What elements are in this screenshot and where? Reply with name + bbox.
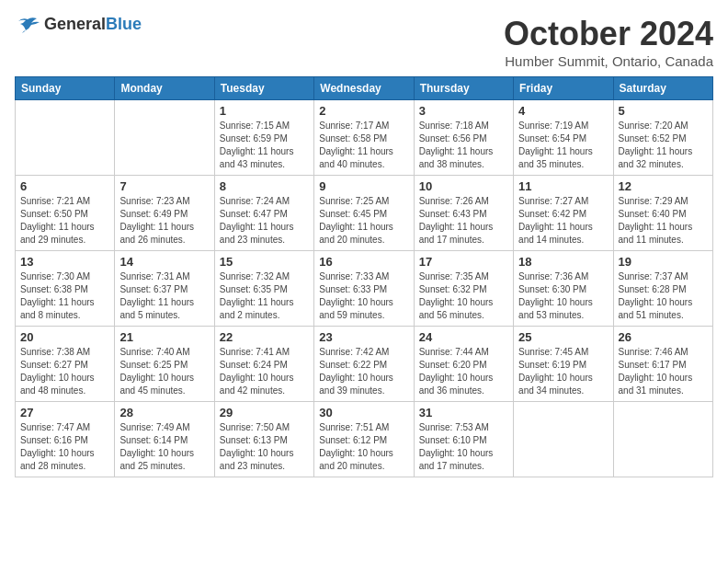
day-info: Sunrise: 7:17 AMSunset: 6:58 PMDaylight:… <box>319 120 408 171</box>
calendar-cell: 19Sunrise: 7:37 AMSunset: 6:28 PMDayligh… <box>613 251 712 327</box>
calendar-week-4: 20Sunrise: 7:38 AMSunset: 6:27 PMDayligh… <box>16 327 713 402</box>
calendar-cell: 25Sunrise: 7:45 AMSunset: 6:19 PMDayligh… <box>514 327 613 402</box>
calendar-cell: 15Sunrise: 7:32 AMSunset: 6:35 PMDayligh… <box>214 251 313 327</box>
day-info: Sunrise: 7:26 AMSunset: 6:43 PMDaylight:… <box>419 195 508 247</box>
day-number: 12 <box>619 179 708 193</box>
day-number: 6 <box>20 179 109 193</box>
day-number: 26 <box>619 330 708 344</box>
day-number: 24 <box>419 330 508 344</box>
calendar-week-3: 13Sunrise: 7:30 AMSunset: 6:38 PMDayligh… <box>16 251 713 327</box>
logo: GeneralBlue <box>15 15 142 34</box>
day-info: Sunrise: 7:24 AMSunset: 6:47 PMDaylight:… <box>220 195 309 247</box>
logo-icon <box>15 16 40 34</box>
day-info: Sunrise: 7:19 AMSunset: 6:54 PMDaylight:… <box>518 120 608 171</box>
calendar-cell: 11Sunrise: 7:27 AMSunset: 6:42 PMDayligh… <box>514 176 613 251</box>
day-number: 1 <box>220 104 309 118</box>
calendar-cell: 10Sunrise: 7:26 AMSunset: 6:43 PMDayligh… <box>414 176 513 251</box>
calendar-cell: 7Sunrise: 7:23 AMSunset: 6:49 PMDaylight… <box>115 176 214 251</box>
day-number: 11 <box>518 179 608 193</box>
day-number: 29 <box>220 406 309 419</box>
day-info: Sunrise: 7:53 AMSunset: 6:10 PMDaylight:… <box>419 421 508 473</box>
calendar-cell: 20Sunrise: 7:38 AMSunset: 6:27 PMDayligh… <box>16 327 115 402</box>
day-info: Sunrise: 7:23 AMSunset: 6:49 PMDaylight:… <box>119 195 209 247</box>
day-number: 4 <box>518 104 608 118</box>
day-info: Sunrise: 7:42 AMSunset: 6:22 PMDaylight:… <box>319 346 408 397</box>
day-number: 17 <box>419 255 508 269</box>
day-info: Sunrise: 7:30 AMSunset: 6:38 PMDaylight:… <box>20 270 109 322</box>
location-title: Humber Summit, Ontario, Canada <box>504 53 713 69</box>
day-info: Sunrise: 7:20 AMSunset: 6:52 PMDaylight:… <box>619 120 708 171</box>
day-info: Sunrise: 7:47 AMSunset: 6:16 PMDaylight:… <box>20 421 109 473</box>
day-info: Sunrise: 7:32 AMSunset: 6:35 PMDaylight:… <box>220 270 309 322</box>
day-info: Sunrise: 7:36 AMSunset: 6:30 PMDaylight:… <box>518 270 608 322</box>
day-info: Sunrise: 7:50 AMSunset: 6:13 PMDaylight:… <box>220 421 309 473</box>
calendar-week-5: 27Sunrise: 7:47 AMSunset: 6:16 PMDayligh… <box>16 402 713 477</box>
day-number: 10 <box>419 179 508 193</box>
weekday-header-saturday: Saturday <box>613 77 712 100</box>
day-number: 27 <box>20 406 109 419</box>
day-number: 21 <box>119 330 209 344</box>
logo-blue: Blue <box>106 15 142 33</box>
day-number: 8 <box>220 179 309 193</box>
calendar-cell <box>613 402 712 477</box>
day-info: Sunrise: 7:49 AMSunset: 6:14 PMDaylight:… <box>119 421 209 473</box>
month-title: October 2024 <box>504 15 713 53</box>
title-area: October 2024 Humber Summit, Ontario, Can… <box>504 15 713 69</box>
calendar-cell: 26Sunrise: 7:46 AMSunset: 6:17 PMDayligh… <box>613 327 712 402</box>
day-number: 30 <box>319 406 408 419</box>
calendar-cell: 13Sunrise: 7:30 AMSunset: 6:38 PMDayligh… <box>16 251 115 327</box>
day-number: 19 <box>619 255 708 269</box>
weekday-header-thursday: Thursday <box>414 77 513 100</box>
calendar-cell: 9Sunrise: 7:25 AMSunset: 6:45 PMDaylight… <box>314 176 414 251</box>
calendar-cell: 28Sunrise: 7:49 AMSunset: 6:14 PMDayligh… <box>115 402 214 477</box>
day-info: Sunrise: 7:29 AMSunset: 6:40 PMDaylight:… <box>619 195 708 247</box>
header: GeneralBlue October 2024 Humber Summit, … <box>15 15 713 69</box>
day-number: 5 <box>619 104 708 118</box>
day-info: Sunrise: 7:51 AMSunset: 6:12 PMDaylight:… <box>319 421 408 473</box>
calendar-cell: 1Sunrise: 7:15 AMSunset: 6:59 PMDaylight… <box>214 100 313 176</box>
calendar-cell: 3Sunrise: 7:18 AMSunset: 6:56 PMDaylight… <box>414 100 513 176</box>
calendar-cell <box>514 402 613 477</box>
calendar-week-1: 1Sunrise: 7:15 AMSunset: 6:59 PMDaylight… <box>16 100 713 176</box>
calendar-cell: 16Sunrise: 7:33 AMSunset: 6:33 PMDayligh… <box>314 251 414 327</box>
calendar-cell: 27Sunrise: 7:47 AMSunset: 6:16 PMDayligh… <box>16 402 115 477</box>
day-number: 14 <box>119 255 209 269</box>
day-number: 31 <box>419 406 508 419</box>
calendar-cell: 31Sunrise: 7:53 AMSunset: 6:10 PMDayligh… <box>414 402 513 477</box>
day-number: 2 <box>319 104 408 118</box>
day-number: 18 <box>518 255 608 269</box>
calendar-cell: 17Sunrise: 7:35 AMSunset: 6:32 PMDayligh… <box>414 251 513 327</box>
day-info: Sunrise: 7:21 AMSunset: 6:50 PMDaylight:… <box>20 195 109 247</box>
weekday-header-monday: Monday <box>115 77 214 100</box>
day-info: Sunrise: 7:25 AMSunset: 6:45 PMDaylight:… <box>319 195 408 247</box>
day-number: 22 <box>220 330 309 344</box>
calendar-cell: 8Sunrise: 7:24 AMSunset: 6:47 PMDaylight… <box>214 176 313 251</box>
day-number: 9 <box>319 179 408 193</box>
calendar-cell <box>115 100 214 176</box>
weekday-header-tuesday: Tuesday <box>214 77 313 100</box>
calendar-cell: 23Sunrise: 7:42 AMSunset: 6:22 PMDayligh… <box>314 327 414 402</box>
day-info: Sunrise: 7:31 AMSunset: 6:37 PMDaylight:… <box>119 270 209 322</box>
calendar-cell: 2Sunrise: 7:17 AMSunset: 6:58 PMDaylight… <box>314 100 414 176</box>
day-info: Sunrise: 7:46 AMSunset: 6:17 PMDaylight:… <box>619 346 708 397</box>
day-number: 13 <box>20 255 109 269</box>
calendar-cell: 18Sunrise: 7:36 AMSunset: 6:30 PMDayligh… <box>514 251 613 327</box>
calendar-cell: 30Sunrise: 7:51 AMSunset: 6:12 PMDayligh… <box>314 402 414 477</box>
day-number: 7 <box>119 179 209 193</box>
calendar-cell: 21Sunrise: 7:40 AMSunset: 6:25 PMDayligh… <box>115 327 214 402</box>
day-number: 20 <box>20 330 109 344</box>
day-info: Sunrise: 7:38 AMSunset: 6:27 PMDaylight:… <box>20 346 109 397</box>
calendar-cell: 5Sunrise: 7:20 AMSunset: 6:52 PMDaylight… <box>613 100 712 176</box>
day-info: Sunrise: 7:41 AMSunset: 6:24 PMDaylight:… <box>220 346 309 397</box>
calendar-cell: 24Sunrise: 7:44 AMSunset: 6:20 PMDayligh… <box>414 327 513 402</box>
weekday-header-wednesday: Wednesday <box>314 77 414 100</box>
day-info: Sunrise: 7:45 AMSunset: 6:19 PMDaylight:… <box>518 346 608 397</box>
calendar-cell: 29Sunrise: 7:50 AMSunset: 6:13 PMDayligh… <box>214 402 313 477</box>
calendar-cell: 12Sunrise: 7:29 AMSunset: 6:40 PMDayligh… <box>613 176 712 251</box>
day-info: Sunrise: 7:44 AMSunset: 6:20 PMDaylight:… <box>419 346 508 397</box>
day-number: 25 <box>518 330 608 344</box>
day-number: 23 <box>319 330 408 344</box>
day-number: 15 <box>220 255 309 269</box>
calendar-table: SundayMondayTuesdayWednesdayThursdayFrid… <box>15 76 713 477</box>
logo-general: General <box>44 15 106 33</box>
